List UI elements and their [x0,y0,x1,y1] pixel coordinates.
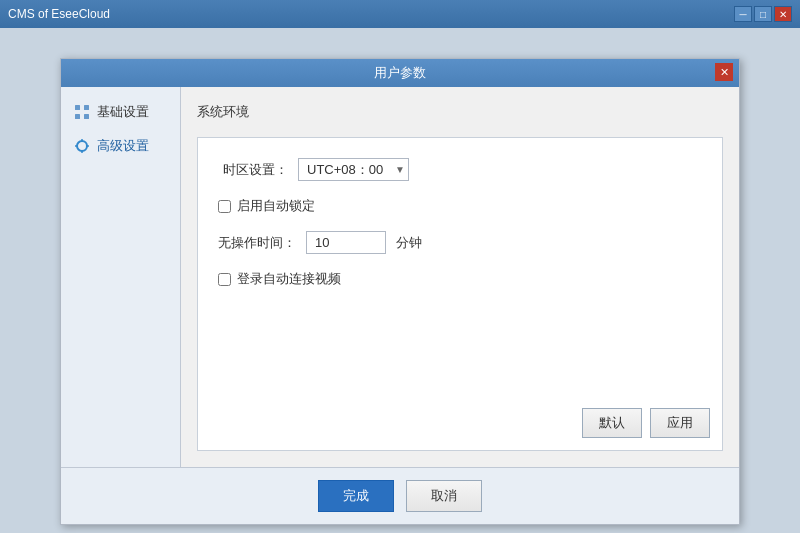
sidebar: 基础设置 高级设置 [61,87,181,467]
main-content: 系统环境 时区设置： UTC+08：00 ▼ [181,87,739,467]
sidebar-item-advanced[interactable]: 高级设置 [61,129,180,163]
auto-lock-checkbox[interactable] [218,200,231,213]
auto-connect-checkbox[interactable] [218,273,231,286]
dialog-title-bar: 用户参数 ✕ [61,59,739,87]
idle-time-unit: 分钟 [396,234,422,252]
idle-time-label: 无操作时间： [218,234,296,252]
auto-lock-label[interactable]: 启用自动锁定 [237,197,315,215]
auto-connect-row: 登录自动连接视频 [218,270,702,288]
section-title: 系统环境 [197,103,723,121]
auto-lock-row: 启用自动锁定 [218,197,702,215]
window-title: CMS of EseeCloud [8,7,734,21]
default-button[interactable]: 默认 [582,408,642,438]
timezone-label: 时区设置： [218,161,288,179]
settings-icon [73,103,91,121]
dialog-title: 用户参数 [374,64,426,82]
svg-rect-0 [75,105,80,110]
dialog-close-button[interactable]: ✕ [715,63,733,81]
dialog-footer: 完成 取消 [61,467,739,524]
svg-rect-1 [75,114,80,119]
sidebar-item-basic[interactable]: 基础设置 [61,95,180,129]
timezone-select-wrapper: UTC+08：00 ▼ [298,158,409,181]
maximize-button[interactable]: □ [754,6,772,22]
dialog-body: 基础设置 高级设置 系统环境 [61,87,739,467]
svg-rect-2 [84,105,89,110]
sidebar-basic-label: 基础设置 [97,103,149,121]
sidebar-advanced-label: 高级设置 [97,137,149,155]
idle-time-row: 无操作时间： 分钟 [218,231,702,254]
timezone-row: 时区设置： UTC+08：00 ▼ [218,158,702,181]
user-params-dialog: 用户参数 ✕ 基础设置 [60,58,740,525]
minimize-button[interactable]: ─ [734,6,752,22]
main-window: CMS of EseeCloud ─ □ ✕ 用户参数 ✕ [0,0,800,533]
cancel-button[interactable]: 取消 [406,480,482,512]
advanced-icon [73,137,91,155]
title-bar-controls: ─ □ ✕ [734,6,792,22]
content-panel: 时区设置： UTC+08：00 ▼ 启用自动锁定 [197,137,723,451]
title-bar: CMS of EseeCloud ─ □ ✕ [0,0,800,28]
panel-buttons: 默认 应用 [582,408,710,438]
apply-button[interactable]: 应用 [650,408,710,438]
window-close-button[interactable]: ✕ [774,6,792,22]
auto-connect-label[interactable]: 登录自动连接视频 [237,270,341,288]
timezone-select[interactable]: UTC+08：00 [298,158,409,181]
finish-button[interactable]: 完成 [318,480,394,512]
dialog-overlay: 用户参数 ✕ 基础设置 [0,28,800,533]
svg-rect-3 [84,114,89,119]
svg-point-4 [77,141,87,151]
idle-time-input[interactable] [306,231,386,254]
